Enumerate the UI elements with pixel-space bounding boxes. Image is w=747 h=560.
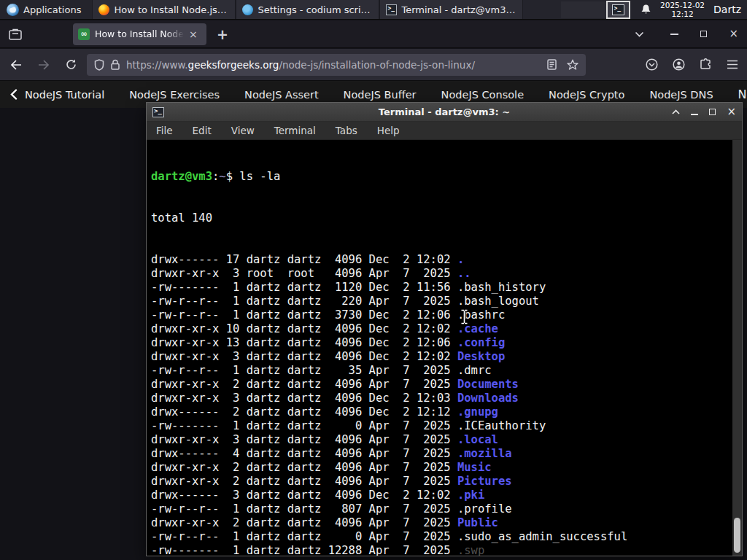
bookmark-star-icon[interactable] [567, 59, 578, 70]
shade-chevron-up-icon[interactable] [672, 109, 680, 114]
terminal-menu-item[interactable]: Edit [193, 125, 212, 136]
url-bar[interactable]: https://www.geeksforgeeks.org/node-js/in… [87, 54, 586, 76]
file-meta: drwx------ 4 dartz dartz 4096 Apr 7 2025 [151, 447, 457, 460]
url-text[interactable]: https://www.geeksforgeeks.org/node-js/in… [126, 59, 541, 71]
file-meta: drwxr-xr-x 3 dartz dartz 4096 Dec 2 12:0… [151, 392, 457, 405]
terminal-icon [386, 4, 397, 15]
file-meta: drwxr-xr-x 13 dartz dartz 4096 Dec 2 12:… [151, 336, 457, 349]
session-username[interactable]: Dartz [713, 4, 741, 15]
workspace-switcher[interactable] [561, 1, 630, 18]
terminal-line: -rw------- 1 dartz dartz 0 Apr 7 2025 .I… [151, 419, 742, 433]
window-maximize-icon[interactable] [700, 31, 707, 37]
file-meta: drwxr-xr-x 10 dartz dartz 4096 Dec 2 12:… [151, 322, 457, 335]
site-nav-link[interactable]: NodeJS Buffer [344, 89, 417, 101]
terminal-listing: drwx------ 17 dartz dartz 4096 Dec 2 12:… [151, 253, 742, 556]
notifications-bell-icon[interactable] [640, 4, 651, 15]
terminal-line: drwxr-xr-x 3 dartz dartz 4096 Dec 2 12:0… [151, 392, 742, 405]
terminal-menu-item[interactable]: View [231, 125, 255, 136]
tracking-protection-shield-icon[interactable] [94, 59, 104, 71]
site-nav-link[interactable]: NodeJS Console [441, 89, 525, 101]
file-name: .bash_history [457, 281, 546, 294]
terminal-minimize-icon[interactable] [691, 114, 698, 115]
browser-tab[interactable]: ∞ How to Install Node.js on × [73, 23, 206, 45]
file-name: .swp [457, 544, 484, 556]
terminal-menu-item[interactable]: File [156, 125, 173, 136]
terminal-menu-item[interactable]: Tabs [336, 125, 357, 136]
ibeam-cursor [460, 309, 469, 324]
file-meta: -rw-r--r-- 1 dartz dartz 807 Apr 7 2025 [151, 502, 457, 516]
file-name: . [457, 253, 464, 266]
file-name: .local [457, 433, 498, 446]
nav-scroll-left-chevron-icon[interactable] [10, 89, 18, 100]
file-name: Music [457, 461, 492, 474]
file-meta: drwxr-xr-x 2 dartz dartz 4096 Apr 7 2025 [151, 461, 457, 474]
list-all-tabs-chevron-icon[interactable] [635, 31, 644, 37]
terminal-line: drwx------ 17 dartz dartz 4096 Dec 2 12:… [151, 253, 742, 267]
taskbar-window-button[interactable]: How to Install Node.js o... [92, 0, 236, 19]
clock-date: 2025-12-02 [660, 1, 705, 9]
terminal-close-icon[interactable]: × [727, 106, 736, 117]
tab-close-icon[interactable]: × [189, 29, 198, 39]
site-nav-links: NodeJS TutorialNodeJS ExercisesNodeJS As… [25, 89, 713, 101]
site-nav-link[interactable]: NodeJS Exercises [129, 89, 220, 101]
clock[interactable]: 2025-12-02 12:12 [660, 1, 705, 18]
file-name: .profile [457, 502, 512, 516]
applications-menu-button[interactable]: Applications [0, 0, 88, 19]
new-tab-button[interactable]: + [217, 26, 228, 42]
file-name: Downloads [457, 392, 519, 405]
terminal-line: -rw------- 1 dartz dartz 1120 Dec 2 11:5… [151, 281, 742, 295]
reload-icon[interactable] [66, 59, 77, 70]
typed-command: ls -la [239, 170, 280, 183]
file-name: .gnupg [457, 405, 498, 419]
firefox-view-icon[interactable] [9, 28, 22, 40]
terminal-menu-item[interactable]: Help [377, 125, 400, 136]
pocket-icon[interactable] [646, 58, 658, 71]
taskbar-window-button[interactable]: Terminal - dartz@vm3: ~ [379, 0, 523, 19]
taskbar-window-label: Settings - codium script... [258, 4, 373, 15]
site-nav-link[interactable]: NodeJS Crypto [549, 89, 624, 101]
lock-icon[interactable] [111, 59, 120, 70]
file-name: .pki [457, 489, 484, 502]
taskbar-window-button[interactable]: Settings - codium script... [236, 0, 379, 19]
workspace-cell[interactable] [561, 1, 606, 18]
forward-icon[interactable] [38, 60, 50, 70]
terminal-maximize-icon[interactable] [709, 109, 716, 115]
file-meta: drwxr-xr-x 2 dartz dartz 4096 Apr 7 2025 [151, 516, 457, 529]
menu-hamburger-icon[interactable] [727, 60, 738, 69]
terminal-line: -rw-r--r-- 1 dartz dartz 220 Apr 7 2025 … [151, 295, 742, 308]
window-close-icon[interactable]: × [729, 28, 738, 39]
codium-icon [242, 4, 253, 15]
terminal-scrollbar-thumb[interactable] [734, 518, 740, 553]
terminal-scrollbar[interactable] [732, 140, 742, 556]
prompt-user-host: dartz@vm3 [151, 170, 212, 183]
window-minimize-icon[interactable] [670, 34, 678, 35]
reader-mode-icon[interactable] [547, 59, 557, 70]
terminal-titlebar[interactable]: Terminal - dartz@vm3: ~ × [147, 103, 742, 122]
account-icon[interactable] [673, 58, 685, 71]
file-name: Public [457, 516, 498, 529]
terminal-line: drwx------ 2 dartz dartz 4096 Dec 2 12:1… [151, 405, 742, 419]
file-meta: drwxr-xr-x 2 dartz dartz 4096 Apr 7 2025 [151, 475, 457, 488]
back-icon[interactable] [10, 60, 22, 70]
site-nav-link[interactable]: NodeJS DNS [649, 89, 713, 101]
terminal-menubar: FileEditViewTerminalTabsHelp [147, 122, 742, 140]
file-meta: -rw-r--r-- 1 dartz dartz 35 Apr 7 2025 [151, 364, 457, 377]
terminal-menu-item[interactable]: Terminal [274, 125, 316, 136]
terminal-icon [152, 107, 164, 117]
terminal-content[interactable]: dartz@vm3:~$ ls -la total 140 drwx------… [147, 140, 742, 556]
file-meta: -rw-r--r-- 1 dartz dartz 220 Apr 7 2025 [151, 295, 457, 308]
terminal-line: drwxr-xr-x 3 dartz dartz 4096 Apr 7 2025… [151, 433, 742, 447]
file-name: .mozilla [457, 447, 512, 460]
taskbar-window-label: Terminal - dartz@vm3: ~ [401, 4, 516, 15]
file-meta: -rw-r--r-- 1 dartz dartz 3730 Dec 2 12:0… [151, 308, 457, 322]
file-meta: -rw-r--r-- 1 dartz dartz 0 Apr 7 2025 [151, 530, 457, 543]
terminal-icon [612, 4, 624, 15]
site-nav-link-truncated[interactable]: Node [738, 88, 747, 101]
extensions-puzzle-icon[interactable] [700, 58, 712, 71]
site-nav-link[interactable]: NodeJS Tutorial [25, 89, 104, 101]
workspace-cell-active[interactable] [606, 1, 630, 19]
firefox-icon [98, 4, 109, 15]
site-nav-link[interactable]: NodeJS Assert [244, 89, 319, 101]
file-meta: drwx------ 3 dartz dartz 4096 Dec 2 12:0… [151, 489, 457, 502]
terminal-line: drwxr-xr-x 3 dartz dartz 4096 Dec 2 12:0… [151, 350, 742, 364]
